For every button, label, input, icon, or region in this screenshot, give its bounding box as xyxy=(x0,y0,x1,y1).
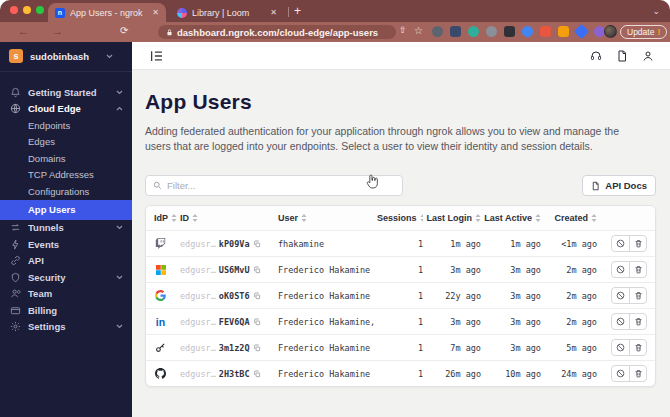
table-row[interactable]: edgusr…3m1z2Q Frederico Hakamine 1 7m ag… xyxy=(146,334,655,360)
extension-icon[interactable] xyxy=(574,24,590,40)
revoke-sessions-button[interactable] xyxy=(612,288,629,303)
table-row[interactable]: edgusr…kP09Va fhakamine 1 1m ago 1m ago … xyxy=(146,230,655,256)
column-header-created[interactable]: Created xyxy=(541,213,597,223)
extension-icon[interactable] xyxy=(450,26,461,37)
gear-icon xyxy=(10,321,21,332)
user-id-prefix: edgusr… xyxy=(180,239,216,249)
table-row[interactable]: edgusr…2H3tBC Frederico Hakamine 1 26m a… xyxy=(146,360,655,386)
last-login: 3m ago xyxy=(423,265,481,275)
close-window-button[interactable] xyxy=(10,6,18,14)
copy-icon[interactable] xyxy=(253,370,261,378)
copy-icon[interactable] xyxy=(253,292,261,300)
sidebar-item-events[interactable]: Events xyxy=(0,236,132,253)
extension-icon[interactable] xyxy=(432,26,443,37)
delete-user-button[interactable] xyxy=(629,262,646,277)
bookmark-star-icon[interactable]: ☆ xyxy=(414,25,423,36)
sort-icon[interactable] xyxy=(301,214,307,222)
sidebar-item-api[interactable]: API xyxy=(0,253,132,270)
revoke-sessions-button[interactable] xyxy=(612,236,629,251)
sidebar-item-cloud-edge[interactable]: Cloud Edge xyxy=(0,101,132,118)
delete-user-button[interactable] xyxy=(629,340,646,355)
sidebar-item-domains[interactable]: Domains xyxy=(0,150,132,167)
minimize-window-button[interactable] xyxy=(23,6,31,14)
loom-favicon xyxy=(177,8,187,18)
delete-user-button[interactable] xyxy=(629,366,646,381)
support-headset-icon[interactable] xyxy=(590,50,602,62)
close-tab-icon[interactable]: ✕ xyxy=(270,8,277,17)
user-account-icon[interactable] xyxy=(642,50,654,62)
credit-card-icon xyxy=(10,305,21,316)
account-switcher[interactable]: s sudobinbash xyxy=(0,42,132,72)
column-header-last-login[interactable]: Last Login xyxy=(423,213,481,223)
document-icon[interactable] xyxy=(616,50,628,62)
sidebar-item-settings[interactable]: Settings xyxy=(0,319,132,336)
delete-user-button[interactable] xyxy=(629,314,646,329)
sidebar-item-team[interactable]: Team xyxy=(0,286,132,303)
address-bar[interactable]: dashboard.ngrok.com/cloud-edge/app-users xyxy=(158,25,396,39)
last-login: 1m ago xyxy=(423,239,481,249)
revoke-sessions-button[interactable] xyxy=(612,340,629,355)
close-tab-icon[interactable]: ✕ xyxy=(152,8,159,17)
new-tab-button[interactable]: + xyxy=(294,4,301,18)
sidebar-item-endpoints[interactable]: Endpoints xyxy=(0,117,132,134)
copy-icon[interactable] xyxy=(253,344,261,352)
tunnels-arrows-icon xyxy=(10,222,21,233)
tab-divider xyxy=(288,7,289,17)
revoke-sessions-button[interactable] xyxy=(612,262,629,277)
zoom-window-button[interactable] xyxy=(36,6,44,14)
collapse-sidebar-icon[interactable] xyxy=(150,50,163,62)
last-login: 3m ago xyxy=(423,317,481,327)
revoke-sessions-button[interactable] xyxy=(612,366,629,381)
extension-icon[interactable] xyxy=(468,26,479,37)
extension-icon[interactable] xyxy=(558,26,569,37)
sidebar-item-app-users[interactable]: App Users xyxy=(0,200,132,220)
copy-icon[interactable] xyxy=(253,266,261,274)
sidebar-item-getting-started[interactable]: Getting Started xyxy=(0,84,132,101)
update-alert-icon: ! xyxy=(657,27,660,37)
back-icon[interactable]: ← xyxy=(18,25,29,37)
table-row[interactable]: edgusr…oK0ST6 Frederico Hakamine 1 22y a… xyxy=(146,282,655,308)
search-icon xyxy=(153,181,162,190)
copy-icon[interactable] xyxy=(253,240,261,248)
column-header-last-active[interactable]: Last Active xyxy=(481,213,541,223)
sort-icon[interactable] xyxy=(591,214,597,222)
delete-user-button[interactable] xyxy=(629,236,646,251)
update-button[interactable]: Update ! xyxy=(620,25,667,39)
extension-icon[interactable] xyxy=(540,26,551,37)
sessions-count: 1 xyxy=(377,265,423,275)
sidebar-item-billing[interactable]: Billing xyxy=(0,302,132,319)
chevron-down-icon[interactable]: ⌄ xyxy=(652,6,660,16)
column-header-sessions[interactable]: Sessions xyxy=(377,213,423,223)
sort-icon[interactable] xyxy=(192,214,198,222)
sort-icon[interactable] xyxy=(171,214,177,222)
api-docs-button[interactable]: API Docs xyxy=(582,175,656,196)
extension-icon[interactable] xyxy=(486,26,497,37)
people-icon xyxy=(10,288,21,299)
sidebar-item-tcp-addresses[interactable]: TCP Addresses xyxy=(0,167,132,184)
delete-user-button[interactable] xyxy=(629,288,646,303)
shield-icon xyxy=(10,272,21,283)
forward-icon[interactable]: → xyxy=(52,25,63,37)
sidebar-item-tunnels[interactable]: Tunnels xyxy=(0,220,132,237)
tab-app-users[interactable]: n App Users - ngrok ✕ xyxy=(48,3,166,22)
column-header-idp[interactable]: IdP xyxy=(154,213,180,223)
revoke-sessions-button[interactable] xyxy=(612,314,629,329)
filter-input[interactable] xyxy=(167,180,395,191)
column-header-user[interactable]: User xyxy=(278,213,377,223)
share-icon[interactable]: ⇧ xyxy=(399,25,407,35)
sidebar-item-label: Events xyxy=(28,239,132,250)
tab-loom[interactable]: Library | Loom ✕ xyxy=(170,3,284,22)
column-header-id[interactable]: ID xyxy=(180,213,278,223)
last-active: 3m ago xyxy=(481,343,541,353)
sidebar-item-configurations[interactable]: Configurations xyxy=(0,183,132,200)
refresh-icon[interactable]: ⟳ xyxy=(120,25,128,36)
extension-icon[interactable] xyxy=(522,26,533,37)
tab-title: App Users - ngrok xyxy=(70,8,147,18)
browser-profile-avatar[interactable] xyxy=(604,25,617,38)
sidebar-item-security[interactable]: Security xyxy=(0,269,132,286)
table-row[interactable]: edgusr…US6MvU Frederico Hakamine 1 3m ag… xyxy=(146,256,655,282)
sidebar-item-edges[interactable]: Edges xyxy=(0,134,132,151)
table-row[interactable]: in edgusr…FEV6QA Frederico Hakamine, CIS… xyxy=(146,308,655,334)
copy-icon[interactable] xyxy=(253,318,261,326)
extension-icon[interactable] xyxy=(504,26,515,37)
